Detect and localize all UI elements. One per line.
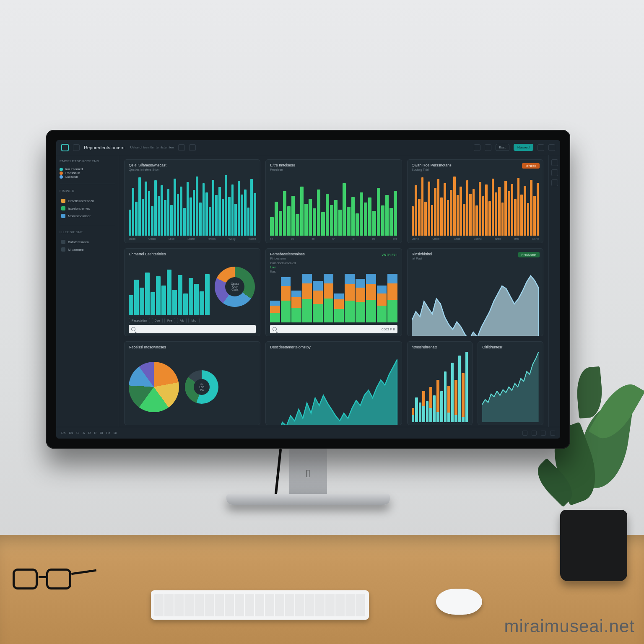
card-r3c1[interactable]: Receissl Inosownoses sic L65 1% [124,341,260,425]
card-toolbar: PaseoteitsnDseFvaAikMro [129,318,256,323]
search-icon [273,327,277,331]
sidebar-section-title: Fimwed [60,189,115,193]
monitor-cable [274,449,282,499]
card-subtitle: Finbesteon [270,257,397,260]
status-badge: Presfucein [518,252,540,257]
donut-label: sic [200,383,204,386]
card-title: Eitre Imtolseso [270,163,397,167]
card-r3c3b[interactable]: Oltlitirentesr [478,341,543,425]
footer-item[interactable]: D [88,431,91,435]
bookmark-icon[interactable] [551,169,558,176]
footer-icon[interactable] [522,431,527,436]
stat-value: VNTR F5.I [382,253,397,257]
donut-label: Quy [232,285,238,288]
search-input[interactable]: 0503 F II [270,325,397,333]
card-title: Receissl Inosownoses [129,345,256,349]
monitor-bezel: Reporedentsforcem Usice ol isemiter ten … [46,130,570,449]
watermark: miraimuseai.net [504,616,635,636]
eyeglasses [8,569,84,594]
footer-item[interactable]: Bi [114,431,117,435]
card-r2c2[interactable]: VNTR F5.I Fersebaselestnaises Finbesteon… [265,248,402,336]
menu-icon[interactable] [73,144,80,151]
donut-chart: Qssas Quy Csaa [215,267,255,307]
donut-label: L65 [199,386,204,389]
footer-item[interactable]: Di [100,431,103,435]
sidebar-item[interactable]: Molwatbomiser [60,212,115,220]
primary-action-button[interactable]: Nwsoed [514,144,533,151]
donut-label: Csaa [231,288,238,291]
card-title: Fersebaselestnaises [270,252,397,256]
card-r2c3[interactable]: Presfucein Rinsivbbtitel Iat Puvi —————— [407,248,543,336]
sidebar-nav-item[interactable]: Batoterssroen [60,238,115,246]
monitor-stand [289,448,327,498]
layout-icon[interactable] [485,144,491,151]
toolbar-button[interactable]: Fva [164,318,175,323]
toolbar-button[interactable]: Mro [188,318,199,323]
toolbar-button[interactable]: Aik [177,318,187,323]
right-rail [548,155,560,427]
card-title: Oltlitirentesr [482,345,539,349]
page-subtitle: Usice ol isemiter ten istemien [130,145,174,149]
search-input[interactable] [129,325,256,333]
plant-pot [560,510,627,581]
mouse [436,589,482,615]
sidebar-nav-item[interactable]: Mibanmee [60,246,115,253]
toolbar-button[interactable]: Paseoteitsn [129,318,150,323]
legend-item[interactable]: Loliatice [60,175,115,179]
card-title: htmstirehrenatt [412,345,468,349]
card-title: Descdsetamerteiomstoy [270,345,397,349]
donut-label: 1% [200,389,204,392]
sidebar-item[interactable]: Orsetissecrenecn [60,197,115,205]
card-r3c3a[interactable]: htmstirehrenatt [407,341,473,425]
dashboard-app: Reporedentsforcem Usice ol isemiter ten … [56,140,560,439]
dashboard-grid: Qsiel Sifanesswnscast Qesdes Inileters S… [119,155,548,427]
footer-item[interactable]: A [83,431,85,435]
card-title: Qsiel Sifanesswnscast [129,163,256,167]
grid-icon[interactable] [474,144,480,151]
card-title: Uhmertel Eetinterinies [129,252,256,256]
toolbar-button[interactable]: Dse [152,318,163,323]
card-r1c2[interactable]: Eitre Imtolseso Feselsen seoueesriontlse… [265,159,402,243]
refresh-icon[interactable] [178,144,185,151]
card-subtitle: Sosisrg Tidrl [412,168,539,171]
topbar: Reporedentsforcem Usice ol isemiter ten … [56,140,560,155]
footer-bar: DaDsSiADRDiFaBi [56,427,560,439]
footer-item[interactable]: R [94,431,96,435]
footer-item[interactable]: Si [76,431,79,435]
search-meta: 0503 F II [382,327,395,331]
app-logo-icon[interactable] [61,144,69,151]
monitor-base [226,494,390,505]
filter-icon[interactable] [189,144,196,151]
sidebar-section-title: Illeesiesnt [60,230,115,234]
sidebar: Emseletsducteens iun idtomedPodssbileLol… [56,155,119,427]
settings-icon[interactable] [548,144,555,151]
sidebar-item[interactable]: Iatselondernes [60,205,115,212]
footer-item[interactable]: Fa [106,431,110,435]
legend-item[interactable]: Podssbile [60,171,115,175]
card-r1c3[interactable]: Terlieed Qwan Roe Perssnotans Sosisrg Ti… [407,159,543,243]
donut-label: Qssas [231,282,239,285]
sidebar-section-title: Emseletsducteens [60,159,115,163]
footer-item[interactable]: Da [61,431,65,435]
info-icon[interactable] [551,179,558,186]
legend-item[interactable]: iun idtomed [60,167,115,171]
expand-icon[interactable] [551,159,558,166]
donut-chart: sic L65 1% [185,370,218,404]
footer-item[interactable]: Ds [69,431,73,435]
card-r3c2[interactable]: Descdsetamerteiomstoy —————— [265,341,402,425]
card-subtitle: Feselsen [270,168,397,171]
keyboard [151,590,369,620]
footer-icon[interactable] [550,431,555,436]
card-subtitle: Qesdes Inileters Stion [129,168,256,171]
footer-icon[interactable] [541,431,546,436]
footer-icon[interactable] [532,431,537,436]
page-title: Reporedentsforcem [84,145,125,150]
secondary-action-button[interactable]: Esst [496,144,510,151]
pie-chart [129,362,179,412]
share-icon[interactable] [538,144,544,151]
card-title: Qwan Roe Perssnotans [412,163,539,167]
card-r1c1[interactable]: Qsiel Sifanesswnscast Qesdes Inileters S… [124,159,260,243]
status-badge: Terlieed [522,163,540,169]
card-r2c1[interactable]: Uhmertel Eetinterinies Qssas Quy Csaa [124,248,260,336]
search-icon [131,327,135,331]
